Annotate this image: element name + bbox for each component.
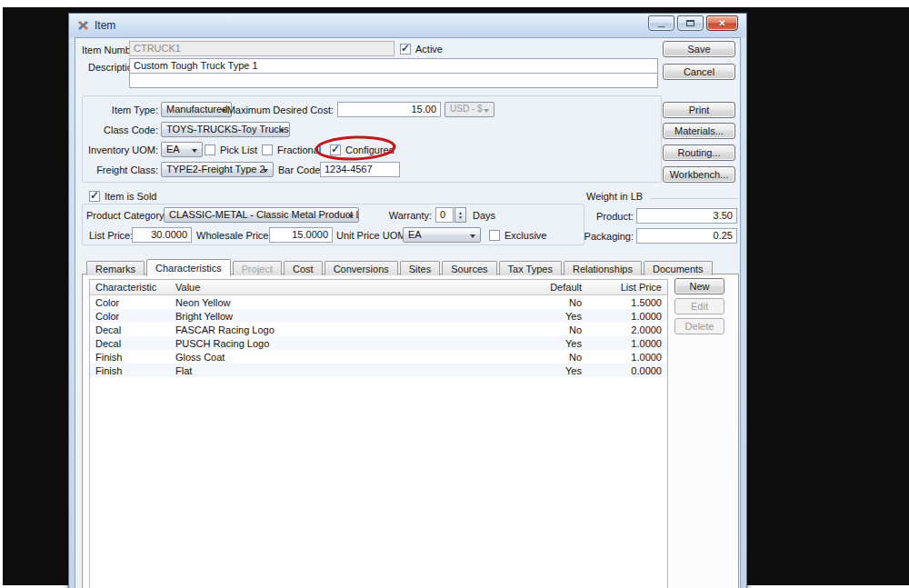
table-row[interactable]: Decal FASCAR Racing Logo No 2.0000	[90, 323, 667, 336]
item-type-dropdown[interactable]: Manufactured	[161, 102, 232, 117]
table-row[interactable]: Finish Gloss Coat No 1.0000	[90, 350, 667, 364]
table-row[interactable]: Finish Flat Yes 0.0000	[90, 364, 667, 377]
exclusive-checkbox[interactable]: Exclusive	[489, 229, 546, 241]
cell-characteristic: Decal	[90, 336, 170, 350]
active-checkbox[interactable]: Active	[400, 43, 443, 55]
unit-price-uom-dropdown[interactable]: EA	[403, 227, 481, 243]
unit-price-uom-label: Unit Price UOM:	[336, 230, 408, 241]
item-dialog: Item Item Number: CTRUCK1 Active Descrip…	[68, 13, 747, 588]
table-row[interactable]: Color Bright Yellow Yes 1.0000	[90, 309, 667, 323]
cell-value: Neon Yellow	[170, 295, 516, 309]
checkbox-box	[205, 145, 215, 155]
tab-project[interactable]: Project	[233, 261, 282, 275]
list-price-field[interactable]: 30.0000	[132, 227, 192, 243]
checkbox-box	[262, 145, 273, 155]
tab-conversions[interactable]: Conversions	[325, 261, 398, 275]
cell-list-price: 1.0000	[587, 336, 667, 350]
maximize-button[interactable]	[677, 15, 704, 31]
warranty-spinner[interactable]	[454, 207, 466, 223]
close-icon	[718, 19, 725, 28]
configured-checkbox[interactable]: Configured	[330, 144, 395, 155]
tab-characteristics[interactable]: Characteristics	[146, 259, 231, 276]
freight-class-dropdown[interactable]: TYPE2-Freight Type 2	[161, 162, 274, 177]
fractional-label: Fractional	[277, 145, 321, 155]
workbench-button[interactable]: Workbench...	[663, 166, 735, 183]
materials-button[interactable]: Materials...	[663, 123, 735, 139]
cell-default: No	[516, 323, 587, 336]
currency-dropdown[interactable]: USD - $	[445, 102, 494, 117]
print-button[interactable]: Print	[663, 102, 735, 118]
app-icon	[77, 20, 89, 31]
cell-list-price: 1.0000	[587, 350, 667, 364]
cell-default: Yes	[516, 309, 587, 323]
product-category-label: Product Category:	[86, 210, 167, 221]
routing-button[interactable]: Routing...	[663, 145, 735, 161]
weight-product-field[interactable]: 3.50	[636, 208, 737, 224]
product-category-dropdown[interactable]: CLASSIC-METAL - Classic Metal Product Li…	[164, 207, 359, 223]
item-is-sold-label: Item is Sold	[105, 191, 156, 202]
wholesale-price-field[interactable]: 15.0000	[269, 227, 333, 243]
table-row[interactable]: Decal PUSCH Racing Logo Yes 1.0000	[90, 336, 667, 350]
save-button[interactable]: Save	[663, 41, 735, 57]
characteristics-tab-page: Characteristic Value Default List Price …	[82, 274, 739, 588]
cell-default: Yes	[516, 364, 587, 377]
cell-value: Flat	[170, 364, 516, 377]
minimize-icon	[658, 18, 665, 28]
window-title: Item	[95, 19, 115, 32]
column-header-default[interactable]: Default	[516, 280, 587, 294]
tab-relationships[interactable]: Relationships	[564, 261, 642, 275]
inventory-uom-label: Inventory UOM:	[82, 145, 158, 155]
cell-value: Bright Yellow	[170, 309, 516, 323]
class-code-label: Class Code:	[82, 125, 158, 135]
pick-list-checkbox[interactable]: Pick List	[205, 144, 257, 155]
cell-default: No	[516, 295, 587, 309]
checkbox-box	[400, 44, 411, 55]
weight-group-title: Weight in LB	[586, 191, 643, 202]
tab-cost[interactable]: Cost	[284, 261, 323, 275]
close-button[interactable]	[706, 15, 738, 31]
checkbox-box	[489, 230, 500, 241]
warranty-field[interactable]: 0	[435, 207, 454, 223]
cell-list-price: 1.5000	[587, 295, 667, 309]
tab-documents[interactable]: Documents	[644, 261, 713, 275]
column-header-value[interactable]: Value	[170, 280, 516, 294]
wholesale-price-label: Wholesale Price:	[196, 230, 272, 241]
fractional-checkbox[interactable]: Fractional	[262, 144, 321, 155]
edit-button[interactable]: Edit	[674, 298, 724, 314]
minimize-button[interactable]	[648, 15, 674, 31]
days-label: Days	[473, 210, 495, 221]
delete-button[interactable]: Delete	[674, 318, 724, 334]
list-price-label: List Price:	[89, 230, 133, 241]
inventory-uom-dropdown[interactable]: EA	[161, 142, 203, 157]
class-code-dropdown[interactable]: TOYS-TRUCKS-Toy Trucks	[161, 122, 290, 137]
weight-group-rule	[650, 198, 737, 199]
cell-characteristic: Decal	[90, 323, 170, 336]
dialog-body: Item Number: CTRUCK1 Active Description:…	[75, 37, 741, 588]
table-row[interactable]: Color Neon Yellow No 1.5000	[90, 295, 667, 309]
description-field-line2[interactable]	[129, 73, 658, 88]
tab-sources[interactable]: Sources	[442, 261, 496, 275]
tab-sites[interactable]: Sites	[400, 261, 440, 275]
tab-bar: Remarks Characteristics Project Cost Con…	[86, 257, 714, 274]
checkbox-box	[330, 145, 341, 155]
cell-value: PUSCH Racing Logo	[170, 336, 516, 350]
weight-packaging-field[interactable]: 0.25	[636, 228, 737, 244]
table-header-row: Characteristic Value Default List Price	[90, 280, 667, 295]
title-bar[interactable]: Item	[70, 14, 745, 37]
bar-code-field[interactable]: 1234-4567	[320, 162, 400, 177]
tab-remarks[interactable]: Remarks	[86, 261, 145, 275]
max-desired-cost-field[interactable]: 15.00	[337, 102, 441, 117]
tab-tax-types[interactable]: Tax Types	[499, 261, 562, 275]
description-field-line1[interactable]: Custom Tough Truck Type 1	[129, 58, 658, 74]
new-button[interactable]: New	[674, 278, 724, 294]
pick-list-label: Pick List	[220, 145, 257, 155]
item-number-field[interactable]: CTRUCK1	[129, 41, 395, 56]
column-header-characteristic[interactable]: Characteristic	[90, 280, 170, 294]
cell-value: Gloss Coat	[170, 350, 516, 364]
column-header-list-price[interactable]: List Price	[587, 280, 667, 294]
cell-default: Yes	[516, 336, 587, 350]
item-is-sold-checkbox[interactable]: Item is Sold	[89, 190, 156, 202]
cancel-button[interactable]: Cancel	[663, 64, 735, 80]
weight-product-label: Product:	[566, 211, 634, 222]
freight-class-label: Freight Class:	[82, 164, 158, 175]
